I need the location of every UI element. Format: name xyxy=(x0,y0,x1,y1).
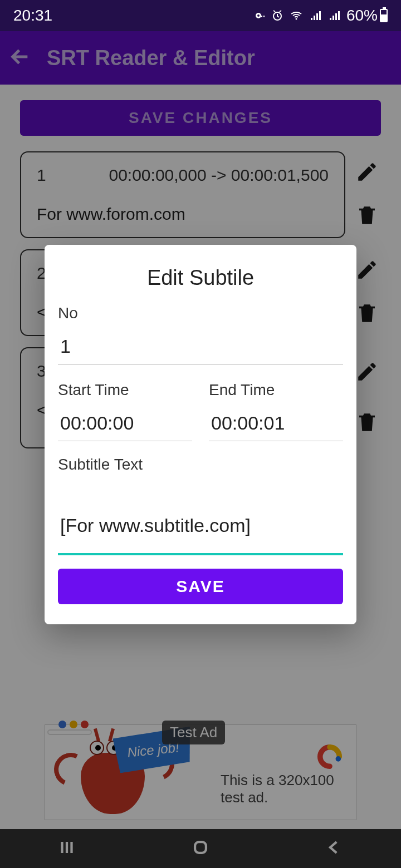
status-time: 20:31 xyxy=(13,7,52,24)
status-bar: 20:31 60% xyxy=(0,0,401,31)
battery-percent: 60% xyxy=(346,7,378,24)
edit-subtitle-dialog: Edit Subtile No Start Time End Time Subt… xyxy=(45,245,356,624)
battery-icon xyxy=(380,9,388,22)
end-time-input[interactable] xyxy=(209,409,343,441)
signal-icon xyxy=(309,9,322,22)
signal-icon-2 xyxy=(327,9,341,22)
svg-point-1 xyxy=(295,18,297,20)
status-icons: 60% xyxy=(252,7,388,24)
dialog-title: Edit Subtile xyxy=(58,266,343,290)
wifi-icon xyxy=(290,9,303,22)
no-input[interactable] xyxy=(58,332,343,364)
subtitle-text-label: Subtitle Text xyxy=(58,456,343,474)
dialog-save-button[interactable]: SAVE xyxy=(58,569,343,604)
no-label: No xyxy=(58,304,343,322)
alarm-icon xyxy=(271,9,284,22)
end-time-label: End Time xyxy=(209,381,343,399)
vpn-key-icon xyxy=(252,9,265,22)
start-time-input[interactable] xyxy=(58,409,192,441)
subtitle-text-input[interactable] xyxy=(58,484,343,555)
start-time-label: Start Time xyxy=(58,381,192,399)
